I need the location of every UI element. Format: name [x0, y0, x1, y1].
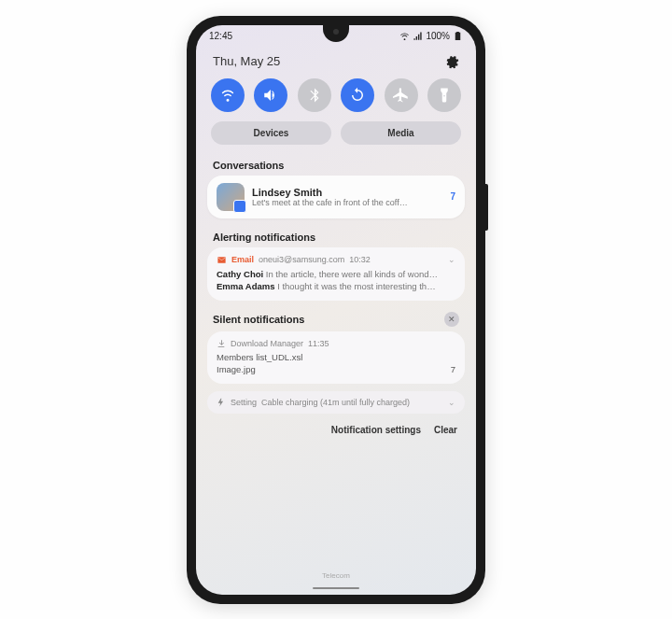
- pill-row: Devices Media: [196, 121, 476, 154]
- unread-count: 7: [446, 191, 455, 202]
- signal-icon: [413, 31, 423, 41]
- email-address: oneui3@samsung.com: [259, 255, 344, 264]
- conversation-card[interactable]: Lindsey Smith Let's meet at the cafe in …: [207, 176, 465, 218]
- battery-percent: 100%: [426, 31, 450, 41]
- quick-settings-row: [196, 75, 476, 121]
- screen: 12:45 100% Thu, May 25 Devices Media Con…: [196, 25, 476, 595]
- download-icon: [217, 339, 226, 348]
- file-item: Image.jpg7: [217, 364, 455, 374]
- qs-flashlight[interactable]: [427, 78, 461, 112]
- clock: 12:45: [209, 31, 232, 41]
- media-button[interactable]: Media: [341, 121, 461, 145]
- chevron-down-icon[interactable]: ⌄: [448, 398, 455, 407]
- flashlight-icon: [436, 87, 453, 104]
- rotate-icon: [349, 87, 366, 104]
- bolt-icon: [217, 398, 226, 407]
- email-time: 10:32: [349, 255, 371, 264]
- sound-icon: [262, 87, 279, 104]
- bluetooth-icon: [306, 87, 323, 104]
- close-icon[interactable]: ✕: [444, 312, 459, 327]
- contact-name: Lindsey Smith: [252, 187, 439, 198]
- qs-sound[interactable]: [254, 78, 287, 112]
- wifi-icon: [219, 87, 236, 104]
- app-name: Email: [231, 255, 254, 264]
- conversations-title: Conversations: [196, 154, 476, 176]
- email-item: Emma Adams I thought it was the most int…: [217, 281, 455, 291]
- wifi-icon: [399, 31, 410, 41]
- avatar: [217, 183, 245, 211]
- charging-text: Cable charging (41m until fully charged): [261, 398, 410, 407]
- date-label: Thu, May 25: [213, 54, 280, 68]
- silent-title: Silent notifications: [213, 314, 304, 325]
- alerting-title: Alerting notifications: [196, 226, 476, 247]
- devices-button[interactable]: Devices: [211, 121, 331, 145]
- status-icons: 100%: [399, 31, 463, 41]
- clear-button[interactable]: Clear: [434, 425, 457, 435]
- battery-icon: [453, 31, 463, 41]
- settings-icon[interactable]: [444, 54, 459, 69]
- email-item: Cathy Choi In the article, there were al…: [217, 269, 455, 279]
- app-name: Download Manager: [231, 339, 303, 348]
- qs-wifi[interactable]: [211, 78, 245, 112]
- panel-header: Thu, May 25: [196, 45, 476, 75]
- charging-card[interactable]: Setting Cable charging (41m until fully …: [207, 391, 465, 414]
- message-preview: Let's meet at the cafe in front of the c…: [252, 198, 439, 207]
- download-time: 11:35: [308, 339, 329, 348]
- chevron-down-icon[interactable]: ⌄: [448, 255, 455, 264]
- email-icon: [217, 255, 227, 265]
- notification-settings-button[interactable]: Notification settings: [331, 425, 421, 435]
- nav-handle[interactable]: [313, 587, 359, 589]
- qs-rotate[interactable]: [341, 78, 374, 112]
- download-card[interactable]: Download Manager 11:35 Members list_UDL.…: [207, 331, 465, 384]
- qs-bluetooth[interactable]: [298, 78, 331, 112]
- carrier-label: Telecom: [196, 571, 476, 580]
- email-card[interactable]: Email oneui3@samsung.com 10:32 ⌄ Cathy C…: [207, 247, 465, 301]
- airplane-icon: [393, 87, 410, 104]
- qs-airplane[interactable]: [385, 78, 418, 112]
- phone-frame: 12:45 100% Thu, May 25 Devices Media Con…: [187, 16, 485, 604]
- footer-buttons: Notification settings Clear: [196, 421, 476, 439]
- file-item: Members list_UDL.xsl: [217, 352, 455, 362]
- app-name: Setting: [231, 398, 257, 407]
